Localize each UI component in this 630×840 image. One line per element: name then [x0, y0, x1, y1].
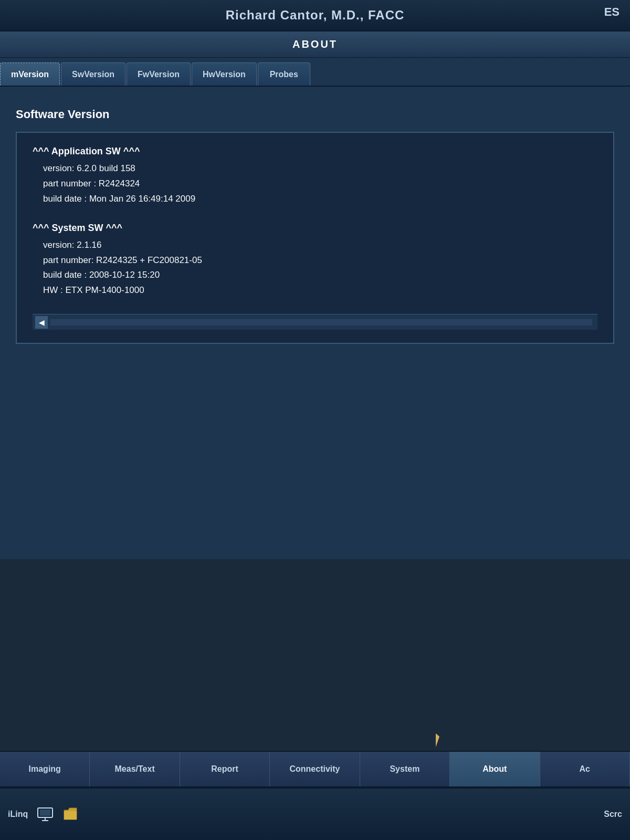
tab-system-version[interactable]: mVersion [0, 62, 60, 86]
doctor-name-bar: Richard Cantor, M.D., FACC ES [0, 0, 630, 32]
application-sw-version: version: 6.2.0 build 158 [43, 161, 597, 176]
application-sw-build-date: build date : Mon Jan 26 16:49:14 2009 [43, 192, 597, 207]
tab-probes[interactable]: Probes [258, 62, 310, 86]
status-bar: iLinq Scrc [0, 788, 630, 840]
section-title: Software Version [16, 108, 614, 121]
toolbar-report-button[interactable]: Report [180, 752, 270, 786]
system-sw-hw: HW : ETX PM-1400-1000 [43, 283, 597, 298]
doctor-name: Richard Cantor, M.D., FACC [226, 8, 405, 23]
tab-hw-version[interactable]: HwVersion [192, 62, 257, 86]
monitor-icon[interactable] [36, 805, 55, 824]
system-sw-header: ^^^ System SW ^^^ [33, 223, 597, 234]
toolbar-connectivity-button[interactable]: Connectivity [270, 752, 360, 786]
application-sw-part-number: part number : R2424324 [43, 176, 597, 192]
system-sw-version: version: 2.1.16 [43, 238, 597, 253]
folder-icon[interactable] [61, 805, 80, 824]
es-badge: ES [604, 5, 620, 19]
mouse-cursor-icon [436, 733, 446, 747]
application-sw-section: ^^^ Application SW ^^^ version: 6.2.0 bu… [33, 146, 597, 207]
toolbar-ac-button[interactable]: Ac [540, 752, 630, 786]
bottom-toolbar: Imaging Meas/Text Report Connectivity Sy… [0, 751, 630, 788]
ilinq-label[interactable]: iLinq [8, 810, 28, 819]
svg-rect-3 [40, 810, 50, 816]
toolbar-imaging-button[interactable]: Imaging [0, 752, 90, 786]
tabs-row: mVersion SwVersion FwVersion HwVersion P… [0, 58, 630, 87]
svg-rect-4 [64, 811, 77, 820]
scroll-label: Scrc [604, 810, 622, 819]
about-title-bar: ABOUT [0, 32, 630, 58]
toolbar-about-button[interactable]: About [450, 752, 540, 786]
toolbar-system-button[interactable]: System [360, 752, 450, 786]
software-info-box: ^^^ Application SW ^^^ version: 6.2.0 bu… [16, 132, 614, 344]
scroll-track[interactable] [50, 319, 592, 326]
system-sw-part-number: part number: R2424325 + FC200821-05 [43, 253, 597, 268]
empty-space [16, 354, 614, 538]
application-sw-header: ^^^ Application SW ^^^ [33, 146, 597, 157]
toolbar-meas-text-button[interactable]: Meas/Text [90, 752, 180, 786]
scroll-left-button[interactable]: ◀ [35, 316, 48, 329]
main-content: Software Version ^^^ Application SW ^^^ … [0, 87, 630, 559]
about-title: ABOUT [292, 38, 338, 50]
system-sw-section: ^^^ System SW ^^^ version: 2.1.16 part n… [33, 223, 597, 299]
scrollbar-area: ◀ [33, 314, 597, 330]
tab-fw-version[interactable]: FwVersion [127, 62, 191, 86]
tab-sw-version[interactable]: SwVersion [61, 62, 125, 86]
system-sw-build-date: build date : 2008-10-12 15:20 [43, 268, 597, 283]
